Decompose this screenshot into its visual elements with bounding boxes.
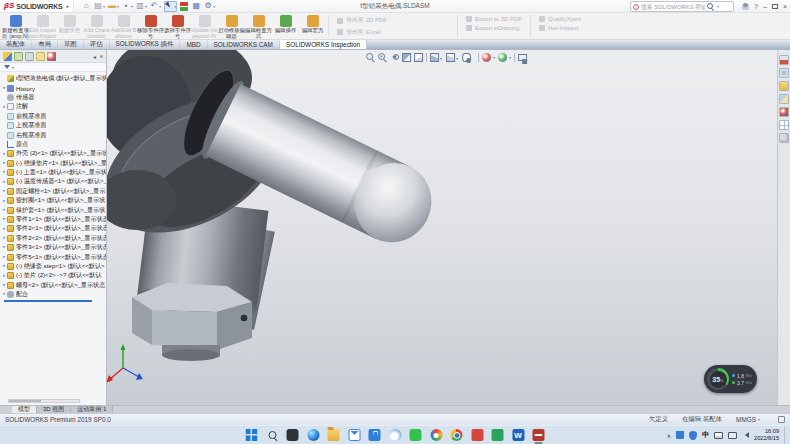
tree-row[interactable]: ▸ 零件2<2> (默认<<默认>_显示状态 [2, 234, 106, 243]
tray-chevron-icon[interactable]: ∧ [667, 432, 671, 439]
tree-row[interactable]: ▸ History [2, 83, 106, 92]
task-view-button[interactable] [286, 426, 300, 444]
tree-row[interactable]: 前视基准面 [2, 112, 106, 121]
edit-macro-button[interactable]: 编辑宏方 [299, 13, 326, 39]
file-properties-icon[interactable]: ▦ [192, 2, 201, 11]
reader-app-icon[interactable] [470, 426, 484, 444]
tree-horizontal-scrollbar[interactable] [8, 399, 80, 403]
zoom-fit-icon[interactable] [366, 53, 375, 62]
new-inspection-project-button[interactable]: 新建检查项目 (amp;N) [2, 13, 29, 39]
ribbon-tab[interactable]: SOLIDWORKS CAM [208, 40, 280, 49]
model-3d[interactable] [107, 50, 777, 405]
add-edit-balloons-button[interactable]: Add/Edit Balloons [110, 13, 137, 39]
tree-row[interactable]: 上视基准面 [2, 121, 106, 130]
view-orientation-icon[interactable] [430, 53, 439, 62]
dynamic-annotation-icon[interactable] [414, 53, 423, 62]
minimize-button[interactable]: – [763, 3, 767, 10]
performance-bubble[interactable]: 35% 1.8K/s 3.7K/s [704, 365, 757, 393]
panel-collapse-icon[interactable]: ◂ [93, 53, 96, 60]
close-button[interactable]: × [783, 3, 787, 10]
panel-splitter-handle[interactable] [100, 55, 103, 58]
edge-icon[interactable] [306, 426, 320, 444]
ribbon-tab[interactable]: SOLIDWORKS 插件 [110, 40, 181, 49]
login-user-icon[interactable] [742, 3, 749, 10]
menu-flyout-icon[interactable]: ▸ [67, 3, 70, 9]
filter-dropdown-icon[interactable]: ▾ [12, 65, 14, 70]
tree-row[interactable]: ▸ (-) 上盖<1> (默认<<默认>_显示状 [2, 168, 106, 177]
undo-icon[interactable]: ↶ ▾ [150, 2, 161, 11]
tree-row[interactable]: ▸ (-) 温度传感器<1> (默认<<默认>_ [2, 177, 106, 186]
ribbon-tab[interactable]: MBD [180, 40, 207, 49]
messenger-app-icon[interactable] [409, 426, 423, 444]
tree-row[interactable]: ▸ (-) 垫片 (2)<2> ->? (默认<<默认 [2, 271, 106, 280]
open-icon[interactable]: ▬ ▾ [108, 2, 119, 11]
security-shield-icon[interactable] [689, 431, 697, 440]
cloud-app-icon[interactable] [388, 426, 402, 444]
volume-icon[interactable] [742, 432, 749, 438]
file-explorer-icon[interactable] [327, 426, 341, 444]
edit-inspection-method-button[interactable]: 编辑检查方式 [245, 13, 272, 39]
restore-button[interactable] [772, 4, 778, 9]
help-search-box[interactable]: i ▾ [630, 1, 734, 12]
tree-row[interactable]: 原点 [2, 140, 106, 149]
new-document-icon[interactable]: ▤ ▾ [94, 2, 105, 11]
browser-ring-icon[interactable] [429, 426, 443, 444]
keyboard-icon[interactable] [714, 432, 723, 439]
home-icon[interactable]: ⌂ [82, 2, 91, 11]
view-settings-icon[interactable] [518, 54, 527, 61]
show-desktop-button[interactable] [784, 426, 787, 444]
ribbon-menu-item[interactable]: Export to 3D PDF [466, 16, 522, 22]
ribbon-menu-item[interactable]: 导出至 Excel [337, 28, 449, 37]
appearances-scenes-icon[interactable] [779, 107, 789, 117]
add-characteristic-button[interactable]: Add Characteristic [83, 13, 110, 39]
ribbon-tab[interactable]: 评估 [84, 40, 110, 49]
select-cursor-icon[interactable]: ▾ [164, 1, 177, 12]
ribbon-menu-item[interactable]: QualityXpert [539, 16, 581, 22]
configurationmanager-tab[interactable] [25, 52, 34, 61]
dropdown-arrow-icon[interactable]: ▾ [213, 4, 215, 9]
status-tag-icon[interactable] [778, 416, 785, 423]
update-inspection-project-button[interactable]: Update Inspection Project [191, 13, 218, 39]
apply-scene-icon[interactable] [498, 53, 507, 62]
display-icon[interactable] [728, 432, 737, 439]
previous-view-icon[interactable] [390, 53, 399, 62]
edit-appearance-icon[interactable] [482, 53, 491, 62]
ribbon-tab[interactable]: SOLIDWORKS Inspection [280, 40, 367, 49]
view-palette-icon[interactable] [779, 94, 789, 104]
word-icon[interactable]: W [511, 426, 525, 444]
search-icon[interactable] [707, 3, 715, 11]
chrome-icon[interactable] [450, 426, 464, 444]
store-icon[interactable] [368, 426, 382, 444]
remove-balloons-button[interactable]: 移除零件序号 [137, 13, 164, 39]
ribbon-tab[interactable]: 布局 [32, 40, 58, 49]
tree-row[interactable]: ▸ (-) 绝缘垫片<1> (默认<<默认>_显 [2, 159, 106, 168]
tree-row[interactable]: ▸ 注解 [2, 102, 106, 111]
tree-row[interactable]: ▸ 零件2<1> (默认<<默认>_显示状态 [2, 224, 106, 233]
display-style-icon[interactable] [446, 53, 455, 62]
taskbar-clock[interactable]: 16:09 2022/8/15 [754, 428, 779, 442]
dropdown-arrow-icon[interactable]: ▾ [131, 4, 133, 9]
tree-row[interactable]: t型铠装热电偶 (默认<默认_显示状态-1 [2, 74, 106, 83]
tree-row[interactable]: 右视基准面 [2, 130, 106, 139]
document-tab[interactable]: 模型 [12, 406, 37, 413]
ribbon-tab[interactable]: 草图 [58, 40, 84, 49]
docs-app-icon[interactable] [491, 426, 505, 444]
tree-row[interactable]: ▸ 螺母<2> (默认<<默认>_显示状态 [2, 281, 106, 290]
print-icon[interactable]: ▥ ▾ [136, 2, 147, 11]
status-item[interactable]: 在编辑 装配体 [682, 415, 724, 424]
tree-row[interactable]: ▸ 密封圈<1> (默认<<默认>_显示状 [2, 196, 106, 205]
tree-row[interactable]: ▸ 零件5<1> (默认<<默认>_显示状态 [2, 252, 106, 261]
propertymanager-tab[interactable] [14, 52, 23, 61]
solidworks-resources-icon[interactable] [779, 55, 789, 65]
tree-row[interactable]: ▸ 零件3<1> (默认<<默认>_显示状态 [2, 243, 106, 252]
custom-properties-icon[interactable] [779, 120, 789, 130]
solidworks-forum-icon[interactable] [779, 133, 789, 143]
search-button[interactable] [265, 426, 279, 444]
launch-template-editor-button[interactable]: 启动模板编辑器 [218, 13, 245, 39]
ribbon-tab[interactable]: 装配体 [0, 40, 32, 49]
ribbon-menu-item[interactable]: 导出至 2D PDF [337, 16, 449, 25]
design-library-icon[interactable] [779, 68, 789, 78]
dropdown-arrow-icon[interactable]: ▾ [145, 4, 147, 9]
edit-inspection-project-button[interactable]: Edit Inspection Project [29, 13, 56, 39]
tree-row[interactable]: ▸ 保护套<1> (默认<<默认>_显示状 [2, 205, 106, 214]
